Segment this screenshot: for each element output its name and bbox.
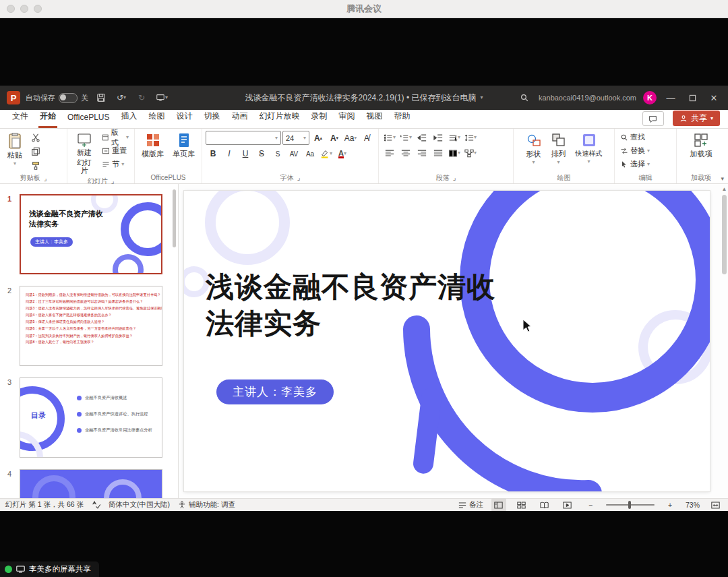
main-scrollbar[interactable]: ▲ (721, 187, 727, 495)
font-name-combo[interactable]: ▾ (206, 131, 281, 145)
zoom-slider-knob[interactable] (628, 501, 631, 509)
change-case-button[interactable]: Aa▾ (343, 131, 358, 145)
tab-review[interactable]: 审阅 (337, 111, 356, 128)
justify-button[interactable] (431, 146, 446, 160)
tab-officeplus[interactable]: OfficePLUS (66, 113, 111, 128)
save-button[interactable] (94, 90, 109, 105)
account-avatar[interactable]: K (643, 91, 657, 104)
tab-draw[interactable]: 绘图 (147, 111, 166, 128)
bold-button[interactable]: B (206, 147, 220, 160)
cut-button[interactable] (28, 131, 43, 144)
spellcheck-button[interactable] (92, 501, 100, 509)
paragraph-dialog-launcher[interactable]: ⌟ (453, 174, 456, 181)
increase-indent-button[interactable] (431, 131, 446, 144)
clipboard-dialog-launcher[interactable]: ⌟ (44, 175, 47, 182)
text-direction-button[interactable]: ▾ (447, 131, 462, 144)
undo-button[interactable]: ↺▾ (114, 90, 129, 105)
tab-transitions[interactable]: 切换 (202, 111, 221, 128)
tab-record[interactable]: 录制 (309, 111, 328, 128)
clear-formatting-button[interactable]: A̸ (359, 131, 374, 145)
increase-font-button[interactable]: A▴ (311, 131, 326, 145)
comments-button[interactable] (642, 111, 664, 126)
find-button[interactable]: 查找 (618, 131, 652, 144)
zoom-out-button[interactable]: − (583, 498, 598, 512)
character-spacing-button[interactable]: AV (286, 147, 301, 160)
tab-home[interactable]: 开始 (38, 111, 57, 128)
thumbnail-scrollbar[interactable] (173, 189, 176, 247)
strikethrough-button[interactable]: S (254, 147, 269, 160)
align-left-button[interactable] (382, 146, 397, 160)
fit-to-window-button[interactable] (708, 498, 723, 512)
template-library-button[interactable]: 模版库 (138, 131, 167, 160)
slide-thumbnail-4[interactable] (20, 469, 162, 498)
search-icon[interactable] (517, 90, 532, 105)
account-email[interactable]: kanbaocai0419@outlook.com (539, 94, 636, 102)
slide-position[interactable]: 幻灯片 第 1 张，共 66 张 (5, 500, 84, 510)
slide-thumbnail-2[interactable]: 问题1：贷款到期后，借款人没有按时偿还银行借款的，可以直接向法院申请支付令吗？ … (20, 286, 162, 366)
tab-design[interactable]: 设计 (175, 111, 193, 128)
tab-help[interactable]: 帮助 (392, 111, 411, 128)
tab-slideshow[interactable]: 幻灯片放映 (257, 111, 301, 128)
scroll-up-icon[interactable]: ▲ (722, 187, 727, 192)
decrease-indent-button[interactable] (415, 131, 429, 144)
zoom-slider[interactable] (606, 504, 655, 506)
line-spacing-button[interactable]: ▾ (463, 131, 478, 144)
language-indicator[interactable]: 简体中文(中国大陆) (109, 500, 170, 510)
page-library-button[interactable]: 单页库 (169, 131, 198, 160)
redo-button[interactable]: ↻ (134, 90, 149, 105)
accessibility-indicator[interactable]: 辅助功能: 调查 (178, 500, 235, 510)
zoom-in-button[interactable]: + (663, 498, 677, 512)
slide-thumbnail-1[interactable]: 浅谈金融不良资产清收 法律实务 主讲人：李美多 (20, 194, 162, 274)
document-title-area[interactable]: 浅谈金融不良资产清收法律实务2024.2.19(1) • 已保存到这台电脑 ▾ (245, 92, 483, 104)
autosave-toggle[interactable]: 自动保存 关 (26, 93, 88, 103)
highlight-color-button[interactable]: ▾ (319, 147, 334, 160)
columns-button[interactable]: ▾ (447, 146, 462, 160)
restore-button[interactable] (685, 90, 700, 105)
reset-button[interactable]: 重置 (100, 144, 131, 157)
arrange-button[interactable]: 排列 ▾ (547, 131, 570, 166)
tab-file[interactable]: 文件 (11, 111, 30, 128)
section-button[interactable]: 节▾ (100, 158, 131, 171)
underline-button[interactable]: U (238, 147, 253, 160)
slide-editing-area[interactable]: 浅谈金融不良资产清收 法律实务 主讲人：李美多 ▲ (179, 184, 728, 498)
screen-share-badge[interactable]: 李美多的屏幕共享 (0, 561, 99, 577)
smartart-convert-button[interactable]: ▾ (463, 146, 478, 160)
notes-button[interactable]: 备注 (458, 500, 483, 510)
current-slide-canvas[interactable]: 浅谈金融不良资产清收 法律实务 主讲人：李美多 (184, 191, 710, 491)
case-button[interactable]: Aa (303, 147, 317, 160)
bullets-button[interactable]: ▾ (382, 131, 397, 144)
tab-animations[interactable]: 动画 (230, 111, 249, 128)
normal-view-button[interactable] (491, 498, 506, 512)
slideshow-view-button[interactable] (560, 498, 575, 512)
replace-button[interactable]: 替换▾ (618, 144, 652, 157)
quick-styles-button[interactable]: 快速样式 ▾ (572, 131, 606, 166)
font-dialog-launcher[interactable]: ⌟ (297, 174, 301, 181)
layout-button[interactable]: 版式▾ (100, 131, 131, 144)
tab-view[interactable]: 视图 (365, 111, 384, 128)
collapse-ribbon-icon[interactable]: ▾ (721, 175, 724, 182)
slide-thumbnail-3[interactable]: 目录 金融不良资产清收概述 金融不良资产快速诉讼、执行流程 金融不良资产清收常用… (20, 377, 162, 458)
tab-insert[interactable]: 插入 (119, 111, 138, 128)
select-button[interactable]: 选择▾ (618, 158, 652, 171)
align-right-button[interactable] (415, 146, 429, 160)
copy-button[interactable] (28, 145, 43, 158)
close-button[interactable]: ✕ (706, 90, 721, 105)
zoom-level[interactable]: 73% (686, 501, 700, 509)
font-color-button[interactable]: A▾ (335, 147, 350, 160)
addins-button[interactable]: 加载项 (687, 131, 716, 160)
italic-button[interactable]: I (222, 147, 237, 160)
decrease-font-button[interactable]: A▾ (327, 131, 342, 145)
slide-sorter-view-button[interactable] (514, 498, 529, 512)
reading-view-button[interactable] (537, 498, 552, 512)
paste-button[interactable]: 粘贴 ▾ (3, 131, 26, 168)
format-painter-button[interactable] (28, 159, 43, 173)
numbering-button[interactable]: ▾ (398, 131, 413, 144)
align-center-button[interactable] (398, 146, 413, 160)
font-size-combo[interactable]: 24▾ (282, 131, 309, 145)
slide-title[interactable]: 浅谈金融不良资产清收 法律实务 (206, 269, 495, 342)
share-button[interactable]: 共享 ▾ (673, 111, 720, 126)
shapes-button[interactable]: 形状 ▾ (522, 131, 545, 166)
text-shadow-button[interactable]: S (270, 147, 285, 160)
speaker-badge[interactable]: 主讲人：李美多 (216, 379, 334, 404)
minimize-button[interactable]: — (663, 90, 678, 105)
